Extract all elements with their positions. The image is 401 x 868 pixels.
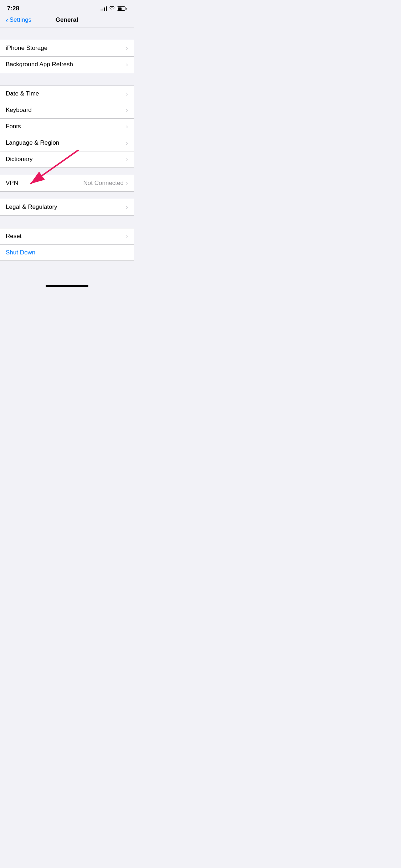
vpn-right: Not Connected › (83, 180, 128, 187)
reset-chevron-icon: › (126, 233, 128, 240)
vpn-row[interactable]: VPN Not Connected › (0, 175, 134, 192)
section-gap-1 (0, 27, 134, 40)
home-bar (46, 285, 88, 287)
date-time-right: › (126, 90, 128, 98)
battery-icon (117, 6, 127, 11)
status-time: 7:28 (7, 5, 19, 12)
background-app-refresh-right: › (126, 61, 128, 68)
settings-group-1: iPhone Storage › Background App Refresh … (0, 40, 134, 73)
iphone-storage-label: iPhone Storage (6, 45, 47, 52)
language-region-right: › (126, 139, 128, 147)
vpn-status: Not Connected (83, 180, 124, 187)
legal-regulatory-chevron-icon: › (126, 203, 128, 211)
legal-regulatory-row[interactable]: Legal & Regulatory › (0, 199, 134, 215)
fonts-chevron-icon: › (126, 123, 128, 130)
signal-bar-4 (106, 6, 107, 11)
reset-right: › (126, 233, 128, 240)
legal-regulatory-right: › (126, 203, 128, 211)
fonts-right: › (126, 123, 128, 130)
settings-group-3: Legal & Regulatory › (0, 199, 134, 216)
section-gap-2 (0, 73, 134, 86)
signal-bar-2 (102, 9, 103, 11)
iphone-storage-row[interactable]: iPhone Storage › (0, 40, 134, 56)
fonts-row[interactable]: Fonts › (0, 118, 134, 135)
section-gap-3 (0, 216, 134, 228)
section-gap-vpn-bottom (0, 192, 134, 199)
status-icons (101, 6, 127, 11)
keyboard-row[interactable]: Keyboard › (0, 102, 134, 118)
home-indicator (0, 282, 134, 289)
back-chevron-icon: ‹ (6, 16, 8, 24)
back-label: Settings (10, 16, 31, 24)
reset-row[interactable]: Reset › (0, 228, 134, 244)
date-time-label: Date & Time (6, 90, 39, 97)
wifi-icon (109, 6, 115, 11)
dictionary-chevron-icon: › (126, 156, 128, 163)
background-app-refresh-label: Background App Refresh (6, 61, 73, 68)
date-time-row[interactable]: Date & Time › (0, 86, 134, 102)
iphone-storage-right: › (126, 45, 128, 52)
shutdown-label: Shut Down (6, 249, 35, 256)
dictionary-right: › (126, 156, 128, 163)
dictionary-label: Dictionary (6, 156, 33, 163)
reset-label: Reset (6, 233, 21, 240)
keyboard-chevron-icon: › (126, 107, 128, 114)
dictionary-row[interactable]: Dictionary › (0, 151, 134, 167)
vpn-label: VPN (6, 180, 18, 187)
legal-regulatory-label: Legal & Regulatory (6, 203, 57, 211)
language-region-chevron-icon: › (126, 139, 128, 147)
settings-group-2: Date & Time › Keyboard › Fonts › Languag… (0, 86, 134, 168)
language-region-row[interactable]: Language & Region › (0, 135, 134, 151)
signal-bar-3 (104, 7, 105, 11)
date-time-chevron-icon: › (126, 90, 128, 98)
keyboard-label: Keyboard (6, 107, 32, 114)
settings-back-button[interactable]: ‹ Settings (6, 16, 31, 24)
background-app-refresh-row[interactable]: Background App Refresh › (0, 56, 134, 73)
section-gap-bottom (0, 261, 134, 282)
section-gap-vpn-top (0, 168, 134, 175)
fonts-label: Fonts (6, 123, 21, 130)
signal-bar-1 (101, 9, 102, 11)
nav-bar: ‹ Settings General (0, 14, 134, 27)
page-wrapper: 7:28 (0, 0, 134, 289)
iphone-storage-chevron-icon: › (126, 45, 128, 52)
page-title: General (56, 16, 78, 24)
status-bar: 7:28 (0, 0, 134, 14)
settings-group-4: Reset › Shut Down (0, 228, 134, 261)
keyboard-right: › (126, 107, 128, 114)
vpn-chevron-icon: › (126, 180, 128, 187)
shutdown-row[interactable]: Shut Down (0, 244, 134, 260)
signal-bars-icon (101, 6, 107, 11)
background-app-refresh-chevron-icon: › (126, 61, 128, 68)
vpn-section-wrapper: VPN Not Connected › (0, 168, 134, 192)
language-region-label: Language & Region (6, 139, 59, 146)
